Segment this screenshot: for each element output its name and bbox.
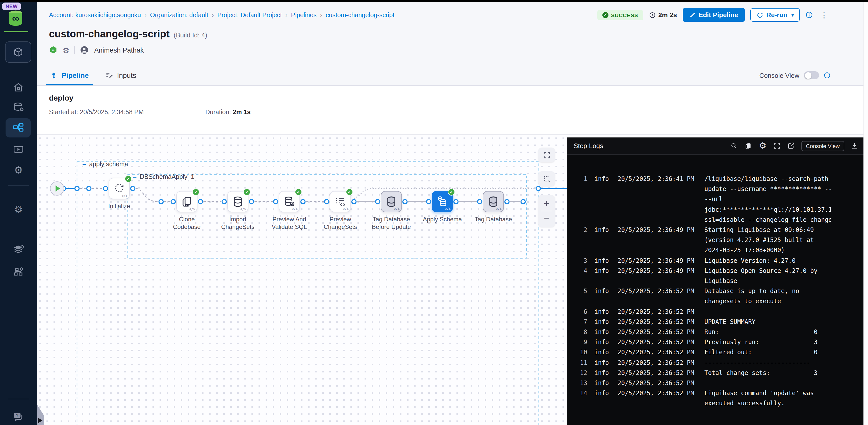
log-fullscreen-button[interactable] (773, 142, 781, 149)
log-row: 2024-03-25 17:08+0000) (574, 245, 864, 255)
pipeline-step-preview-and-validate-sql[interactable]: ✓</> (279, 191, 300, 212)
log-timestamp (618, 296, 697, 307)
log-search-button[interactable] (730, 142, 738, 149)
pipeline-step-apply-schema[interactable]: ✓</> (432, 191, 453, 212)
rerun-button[interactable]: Re-run ▾ (750, 8, 800, 22)
pipeline-step-tag-database[interactable]: </> (483, 191, 504, 212)
author-name: Animesh Pathak (94, 46, 144, 54)
console-view-toggle[interactable] (804, 71, 819, 79)
log-line-number: 4 (574, 266, 587, 276)
tab-inputs[interactable]: Inputs (105, 65, 136, 85)
log-line-number (574, 235, 587, 245)
copy-icon (744, 142, 752, 150)
sidebar-item-executions[interactable] (0, 143, 37, 155)
pipelines-icon (12, 122, 24, 134)
help-chat-icon: ? (12, 410, 25, 423)
pipeline-settings-gear-icon[interactable]: ⚙ (63, 46, 69, 54)
log-download-button[interactable] (851, 142, 859, 149)
layers-gear-icon (12, 244, 25, 256)
liquibase-db-logo-icon[interactable]: ∞ (7, 9, 24, 27)
edit-pipeline-button[interactable]: Edit Pipeline (682, 8, 745, 22)
info-icon[interactable] (805, 11, 813, 19)
log-line-number: 12 (574, 368, 587, 378)
pipeline-step-import-changesets[interactable]: ✓</> (227, 191, 248, 212)
log-timestamp: 20/5/2025, 2:36:52 PM (618, 317, 697, 327)
selection-mode-button[interactable] (538, 171, 555, 186)
log-copy-button[interactable] (744, 142, 752, 150)
log-timestamp: 20/5/2025, 2:36:52 PM (618, 347, 697, 358)
log-row: 8info20/5/2025, 2:36:52 PMRun: 0 (574, 327, 864, 337)
pipeline-step-preview-changesets[interactable]: ✓</> (330, 191, 351, 212)
meta-row: ∞ ⚙ Animesh Pathak (37, 40, 868, 55)
ci-success-hex-icon: ∞ (49, 46, 58, 54)
sidebar-item-resources[interactable] (0, 244, 37, 256)
module-cube-icon (12, 47, 24, 58)
zoom-out-button[interactable]: − (544, 211, 549, 225)
expand-left-panel-button[interactable] (38, 418, 42, 423)
log-console-view-button[interactable]: Console View (801, 141, 844, 151)
brand-underline (4, 31, 28, 32)
log-row: 7info20/5/2025, 2:36:52 PMUPDATE SUMMARY (574, 317, 864, 327)
pencil-icon (689, 11, 695, 18)
log-timestamp: 20/5/2025, 2:36:52 PM (618, 337, 697, 347)
log-level: info (594, 317, 611, 327)
log-level (594, 204, 611, 215)
log-row: 9info20/5/2025, 2:36:52 PMPreviously run… (574, 337, 864, 347)
sidebar-item-pipelines[interactable] (5, 118, 31, 138)
database-check-icon (283, 196, 296, 208)
pipeline-start-node[interactable] (50, 181, 64, 196)
log-row: 1info20/5/2025, 2:36:41 PM/liquibase/liq… (574, 174, 864, 184)
sidebar-item-account-settings[interactable] (0, 266, 37, 278)
log-line-number: 11 (574, 358, 587, 368)
info-icon[interactable] (824, 72, 831, 79)
breadcrumb-link[interactable]: Pipelines (291, 11, 317, 19)
log-open-new-tab-button[interactable] (787, 142, 795, 149)
breadcrumb-link[interactable]: Project: Default Project (217, 11, 282, 19)
log-row: 5info20/5/2025, 2:36:52 PMDatabase is up… (574, 286, 864, 296)
log-row: 13info20/5/2025, 2:36:52 PM (574, 378, 864, 388)
pipeline-step-clone-codebase[interactable]: ✓</> (176, 191, 197, 212)
page-scrollbar[interactable] (864, 2, 868, 425)
log-line-number (574, 204, 587, 215)
fit-to-screen-button[interactable] (538, 147, 555, 162)
collapse-group-button[interactable]: − (82, 161, 86, 168)
sidebar-item-project-settings[interactable]: ⚙ (0, 205, 37, 214)
zoom-in-button[interactable]: + (544, 197, 549, 211)
collapse-group-button[interactable]: − (133, 174, 136, 180)
log-level: info (594, 225, 611, 235)
more-options-button[interactable]: ⋮ (818, 10, 830, 20)
pipeline-step-tag-database-before-update[interactable]: </> (381, 191, 402, 212)
page-title: custom-changelog-script (49, 28, 170, 40)
breadcrumb-link[interactable]: Account: kurosakiichigo.songoku (49, 11, 141, 19)
marquee-select-icon (542, 175, 551, 183)
toggle-knob (805, 72, 811, 79)
console-view-label: Console View (759, 72, 799, 79)
step-label: Tag Database Before Update (368, 216, 414, 231)
step-label: Tag Database (470, 216, 517, 223)
top-strip (0, 0, 868, 2)
breadcrumb-link[interactable]: custom-changelog-script (326, 11, 394, 19)
log-message: (version 4.27.0 #1525 built at (704, 235, 831, 245)
log-row: jdbc:**************ql://10.101.37.129 (574, 204, 864, 215)
breadcrumb-link[interactable]: Organization: default (150, 11, 208, 19)
pipeline-step-initialize[interactable]: ✓</> (108, 178, 130, 199)
module-switcher-button[interactable] (5, 41, 31, 63)
log-level (594, 245, 611, 255)
sidebar-item-home[interactable] (0, 81, 37, 93)
sidebar-item-settings[interactable]: ⚙ (0, 165, 37, 175)
help-button[interactable]: ? (0, 410, 37, 423)
rerun-refresh-icon (756, 11, 763, 19)
log-line-number: 2 (574, 225, 587, 235)
log-row: 11info20/5/2025, 2:36:52 PM-------------… (574, 358, 864, 368)
log-message: Total change sets: 3 (704, 368, 831, 378)
log-message: Liquibase Open Source 4.27.0 by (704, 266, 831, 276)
log-timestamp: 20/5/2025, 2:36:41 PM (618, 174, 697, 184)
log-line-number (574, 245, 587, 255)
log-message: Filtered out: 0 (704, 347, 831, 358)
log-settings-button[interactable]: ⚙ (759, 142, 767, 150)
tab-pipeline[interactable]: Pipeline (50, 65, 89, 85)
header-row: Account: kurosakiichigo.songoku›Organiza… (37, 2, 868, 22)
sidebar-item-databases[interactable] (0, 101, 37, 113)
log-level (594, 296, 611, 307)
success-check-icon: ✓ (295, 189, 302, 196)
